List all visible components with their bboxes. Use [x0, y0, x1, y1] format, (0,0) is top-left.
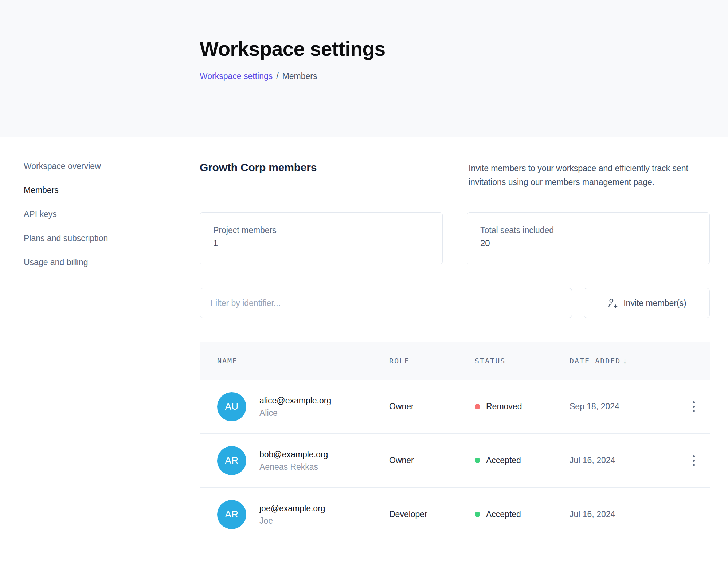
stat-label: Total seats included — [480, 225, 696, 236]
avatar: AU — [217, 392, 246, 421]
status-dot — [475, 458, 480, 463]
sidebar-item-members[interactable]: Members — [24, 185, 200, 195]
members-table: NAME ROLE STATUS DATE ADDED↓ AU alice@ex… — [200, 342, 710, 541]
workspace-settings-page: Workspace settings Workspace settings/Me… — [0, 0, 728, 587]
sort-descending-icon: ↓ — [623, 356, 627, 365]
member-display-name: Aeneas Rekkas — [259, 461, 328, 472]
avatar: AR — [217, 446, 246, 475]
section-heading: Growth Corp members — [200, 161, 317, 174]
members-intro: Growth Corp members Invite members to yo… — [200, 161, 710, 189]
member-email: bob@example.org — [259, 449, 328, 460]
breadcrumb-separator: / — [276, 71, 278, 81]
table-row: AU alice@example.org Alice Owner Removed… — [200, 380, 710, 434]
sidebar-item-api-keys[interactable]: API keys — [24, 209, 200, 219]
member-date-added: Jul 16, 2024 — [570, 509, 678, 519]
table-row: AR bob@example.org Aeneas Rekkas Owner A… — [200, 434, 710, 488]
sidebar-item-plans-and-subscription[interactable]: Plans and subscription — [24, 233, 200, 243]
page-header: Workspace settings Workspace settings/Me… — [0, 0, 728, 137]
content-area: Workspace overview Members API keys Plan… — [0, 137, 728, 541]
member-role: Developer — [389, 509, 475, 519]
stat-card-total-seats: Total seats included 20 — [467, 212, 710, 264]
member-role: Owner — [389, 456, 475, 465]
column-header-status[interactable]: STATUS — [475, 356, 570, 365]
status-dot — [475, 512, 480, 517]
avatar: AR — [217, 500, 246, 529]
row-menu-kebab-icon[interactable] — [690, 398, 698, 415]
invite-members-button[interactable]: Invite member(s) — [584, 288, 710, 318]
member-actions-cell — [678, 452, 710, 469]
section-description: Invite members to your workspace and eff… — [469, 161, 710, 189]
status-label: Accepted — [486, 456, 521, 465]
breadcrumb-current-members: Members — [282, 71, 317, 81]
member-date-added: Jul 16, 2024 — [570, 456, 678, 465]
member-identity: bob@example.org Aeneas Rekkas — [259, 449, 328, 472]
column-header-role[interactable]: ROLE — [389, 356, 475, 365]
stat-card-project-members: Project members 1 — [200, 212, 443, 264]
table-header: NAME ROLE STATUS DATE ADDED↓ — [200, 342, 710, 380]
member-name-cell: AR joe@example.org Joe — [200, 500, 389, 529]
stat-label: Project members — [213, 225, 429, 236]
column-header-date-added[interactable]: DATE ADDED↓ — [570, 356, 678, 366]
member-identity: joe@example.org Joe — [259, 503, 325, 526]
member-date-added: Sep 18, 2024 — [570, 402, 678, 411]
status-dot — [475, 404, 480, 409]
member-role: Owner — [389, 402, 475, 411]
sidebar-item-workspace-overview[interactable]: Workspace overview — [24, 161, 200, 171]
settings-sidebar: Workspace overview Members API keys Plan… — [0, 137, 200, 267]
members-toolbar: Invite member(s) — [200, 288, 710, 318]
invite-members-label: Invite member(s) — [623, 298, 686, 308]
row-menu-kebab-icon[interactable] — [690, 452, 698, 469]
page-title: Workspace settings — [200, 37, 728, 60]
column-header-name[interactable]: NAME — [200, 356, 389, 365]
member-identity: alice@example.org Alice — [259, 395, 331, 418]
member-status: Accepted — [475, 509, 570, 519]
member-name-cell: AU alice@example.org Alice — [200, 392, 389, 421]
table-row: AR joe@example.org Joe Developer Accepte… — [200, 488, 710, 541]
stat-cards: Project members 1 Total seats included 2… — [200, 212, 710, 264]
member-name-cell: AR bob@example.org Aeneas Rekkas — [200, 446, 389, 475]
members-section: Growth Corp members Invite members to yo… — [200, 137, 710, 541]
member-status: Removed — [475, 402, 570, 411]
member-display-name: Joe — [259, 515, 325, 526]
member-email: alice@example.org — [259, 395, 331, 406]
sidebar-item-usage-and-billing[interactable]: Usage and billing — [24, 257, 200, 267]
breadcrumb: Workspace settings/Members — [200, 71, 728, 81]
stat-value: 1 — [213, 238, 429, 249]
member-status: Accepted — [475, 456, 570, 465]
breadcrumb-link-workspace-settings[interactable]: Workspace settings — [200, 71, 273, 81]
member-email: joe@example.org — [259, 503, 325, 514]
status-label: Removed — [486, 402, 522, 411]
stat-value: 20 — [480, 238, 696, 249]
member-actions-cell — [678, 398, 710, 415]
member-display-name: Alice — [259, 407, 331, 418]
filter-input[interactable] — [200, 288, 572, 318]
status-label: Accepted — [486, 509, 521, 519]
user-plus-icon — [607, 298, 618, 308]
